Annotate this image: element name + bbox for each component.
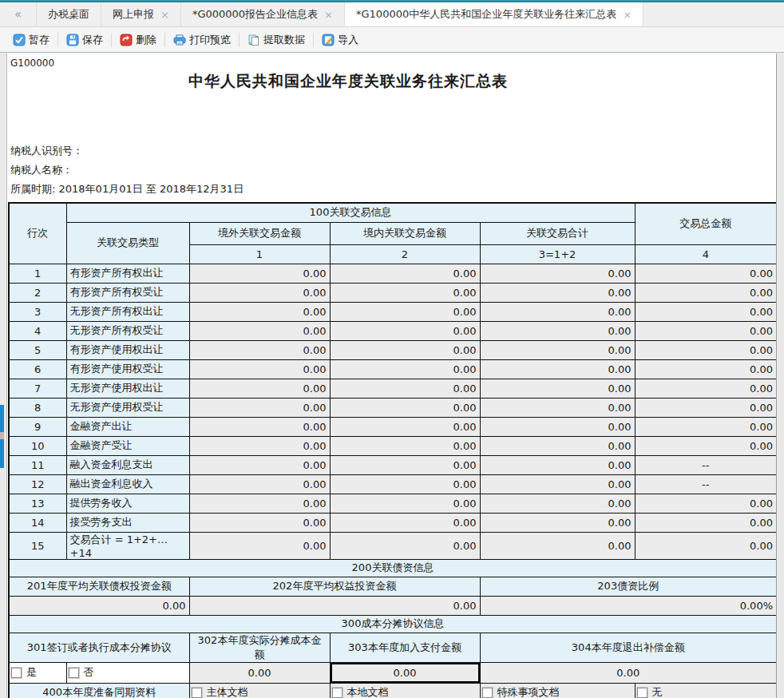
total-amount-cell[interactable]: 0.00 [635, 283, 777, 302]
domestic-amount-cell[interactable]: 0.00 [330, 398, 480, 417]
total-amount-cell[interactable]: -- [635, 474, 777, 494]
overseas-amount-cell[interactable]: 0.00 [189, 532, 330, 559]
close-icon[interactable]: × [160, 10, 169, 20]
cba-yes-cell[interactable]: 是 [9, 662, 66, 683]
transaction-type-cell: 融入资金利息支出 [66, 455, 189, 474]
overseas-amount-cell[interactable]: 0.00 [189, 494, 330, 513]
close-icon[interactable]: × [324, 10, 333, 20]
import-button[interactable]: 导入 [315, 30, 365, 50]
value-202-cell[interactable]: 0.00 [189, 596, 480, 615]
overseas-amount-cell[interactable]: 0.00 [189, 302, 330, 321]
overseas-amount-cell[interactable]: 0.00 [189, 436, 330, 455]
doc-master-cell[interactable]: 主体文档 [189, 683, 330, 698]
value-201-cell[interactable]: 0.00 [9, 596, 189, 615]
checkbox-local-doc-icon[interactable] [332, 688, 343, 698]
doc-special-cell[interactable]: 特殊事项文档 [480, 683, 635, 698]
header-group-100: 100关联交易信息 [66, 203, 635, 222]
checkbox-special-doc-icon[interactable] [482, 688, 493, 698]
tab-desktop[interactable]: 办税桌面 [37, 2, 101, 26]
domestic-amount-cell[interactable]: 0.00 [330, 321, 480, 340]
subtotal-amount-cell[interactable]: 0.00 [480, 264, 635, 283]
domestic-amount-cell[interactable]: 0.00 [330, 359, 480, 379]
total-amount-cell[interactable]: 0.00 [635, 302, 777, 321]
domestic-amount-cell[interactable]: 0.00 [330, 264, 480, 283]
doc-none-cell[interactable]: 无 [635, 683, 777, 698]
checkbox-no-icon[interactable] [69, 668, 79, 678]
total-amount-cell[interactable]: 0.00 [635, 379, 777, 398]
checkbox-yes-icon[interactable] [11, 668, 22, 678]
subtotal-amount-cell[interactable]: 0.00 [480, 359, 635, 379]
draft-button[interactable]: 暂存 [6, 30, 56, 50]
delete-button[interactable]: 删除 [113, 30, 163, 50]
total-amount-cell[interactable]: 0.00 [635, 398, 777, 417]
print-preview-button[interactable]: 打印预览 [167, 30, 237, 50]
subtotal-amount-cell[interactable]: 0.00 [480, 379, 635, 398]
checkbox-none-icon[interactable] [637, 688, 647, 698]
total-amount-cell[interactable]: 0.00 [635, 264, 777, 283]
subtotal-amount-cell[interactable]: 0.00 [480, 436, 635, 455]
overseas-amount-cell[interactable]: 0.00 [189, 321, 330, 340]
overseas-amount-cell[interactable]: 0.00 [189, 474, 330, 494]
extract-data-button[interactable]: 提取数据 [241, 30, 311, 50]
yes-label: 是 [26, 666, 37, 678]
total-amount-cell[interactable]: -- [635, 455, 777, 474]
domestic-amount-cell[interactable]: 0.00 [330, 302, 480, 321]
total-amount-cell[interactable]: 0.00 [635, 532, 777, 559]
total-amount-cell[interactable]: 0.00 [635, 436, 777, 455]
subtotal-amount-cell[interactable]: 0.00 [480, 417, 635, 436]
overseas-amount-cell[interactable]: 0.00 [189, 283, 330, 302]
total-amount-cell[interactable]: 0.00 [635, 340, 777, 359]
subtotal-amount-cell[interactable]: 0.00 [480, 474, 635, 494]
subtotal-amount-cell[interactable]: 0.00 [480, 321, 635, 340]
subtotal-amount-cell[interactable]: 0.00 [480, 340, 635, 359]
save-button[interactable]: 保存 [60, 30, 109, 50]
cba-no-cell[interactable]: 否 [66, 662, 189, 683]
total-amount-cell[interactable]: 0.00 [635, 494, 777, 513]
doc-local-cell[interactable]: 本地文档 [330, 683, 480, 698]
domestic-amount-cell[interactable]: 0.00 [330, 436, 480, 455]
total-amount-cell[interactable]: 0.00 [635, 417, 777, 436]
overseas-amount-cell[interactable]: 0.00 [189, 398, 330, 417]
transaction-type-cell: 金融资产受让 [66, 436, 189, 455]
print-preview-icon [173, 34, 186, 46]
overseas-amount-cell[interactable]: 0.00 [189, 455, 330, 474]
value-304-cell[interactable]: 0.00 [480, 662, 777, 683]
total-amount-cell[interactable]: 0.00 [635, 321, 777, 340]
subtotal-amount-cell[interactable]: 0.00 [480, 302, 635, 321]
chevron-double-left-icon: « [14, 7, 22, 22]
domestic-amount-cell[interactable]: 0.00 [330, 340, 480, 359]
overseas-amount-cell[interactable]: 0.00 [189, 513, 330, 532]
subtotal-amount-cell[interactable]: 0.00 [480, 398, 635, 417]
value-302-cell[interactable]: 0.00 [189, 662, 330, 683]
subtotal-amount-cell[interactable]: 0.00 [480, 455, 635, 474]
domestic-amount-cell[interactable]: 0.00 [330, 513, 480, 532]
domestic-amount-cell[interactable]: 0.00 [330, 417, 480, 436]
table-row: 14接受劳务支出0.000.000.000.00 [9, 513, 777, 532]
domestic-amount-cell[interactable]: 0.00 [330, 474, 480, 494]
total-amount-cell[interactable]: 0.00 [635, 359, 777, 379]
collapse-tabs-button[interactable]: « [0, 2, 37, 26]
close-icon[interactable]: × [623, 10, 632, 20]
domestic-amount-cell[interactable]: 0.00 [330, 532, 480, 559]
value-203-cell[interactable]: 0.00% [480, 596, 777, 615]
domestic-amount-cell[interactable]: 0.00 [330, 494, 480, 513]
tab-g000000[interactable]: *G000000报告企业信息表 × [181, 2, 345, 26]
tab-online-declaration[interactable]: 网上申报 × [101, 2, 181, 26]
overseas-amount-cell[interactable]: 0.00 [189, 417, 330, 436]
subtotal-amount-cell[interactable]: 0.00 [480, 513, 635, 532]
domestic-amount-cell[interactable]: 0.00 [330, 455, 480, 474]
overseas-amount-cell[interactable]: 0.00 [189, 340, 330, 359]
checkbox-master-doc-icon[interactable] [192, 688, 202, 698]
overseas-amount-cell[interactable]: 0.00 [189, 379, 330, 398]
subtotal-amount-cell[interactable]: 0.00 [480, 532, 635, 559]
total-amount-cell[interactable]: 0.00 [635, 513, 777, 532]
sidebar-collapse-handle[interactable] [0, 405, 4, 468]
value-303-cell[interactable]: 0.00 [330, 662, 480, 683]
overseas-amount-cell[interactable]: 0.00 [189, 264, 330, 283]
domestic-amount-cell[interactable]: 0.00 [330, 379, 480, 398]
subtotal-amount-cell[interactable]: 0.00 [480, 283, 635, 302]
overseas-amount-cell[interactable]: 0.00 [189, 359, 330, 379]
domestic-amount-cell[interactable]: 0.00 [330, 283, 480, 302]
subtotal-amount-cell[interactable]: 0.00 [480, 494, 635, 513]
tab-g100000[interactable]: *G100000中华人民共和国企业年度关联业务往来汇总表 × [345, 2, 643, 26]
